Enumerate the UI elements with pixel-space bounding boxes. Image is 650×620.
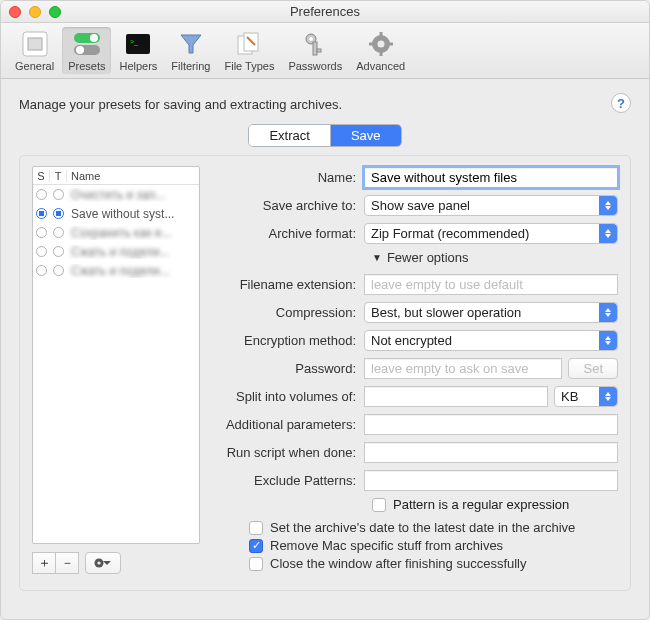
add-preset-button[interactable]: ＋: [32, 552, 56, 574]
chevron-updown-icon: [599, 303, 617, 322]
close-window-checkbox[interactable]: [249, 557, 263, 571]
presets-panel: S T Name Очистить и зап...Save without s…: [19, 155, 631, 591]
close-window-label: Close the window after finishing success…: [270, 556, 527, 571]
compression-value: Best, but slower operation: [371, 305, 521, 320]
svg-rect-18: [369, 43, 374, 46]
key-icon: [300, 29, 330, 59]
svg-point-21: [97, 561, 100, 564]
funnel-icon: [176, 29, 206, 59]
name-input[interactable]: [364, 167, 618, 188]
name-label: Name:: [214, 170, 364, 185]
toolbar-item-presets[interactable]: Presets: [62, 27, 111, 74]
preset-name: Сжать и подели...: [67, 264, 199, 278]
preset-radio-t[interactable]: [53, 265, 64, 276]
split-unit-value: KB: [561, 389, 578, 404]
svg-rect-16: [379, 32, 382, 37]
zoom-window-button[interactable]: [49, 6, 61, 18]
preset-radio-s[interactable]: [36, 208, 47, 219]
remove-mac-label: Remove Mac specific stuff from archives: [270, 538, 503, 553]
tab-extract[interactable]: Extract: [249, 125, 330, 146]
chevron-updown-icon: [599, 331, 617, 350]
format-select[interactable]: Zip Format (recommended): [364, 223, 618, 244]
preset-radio-s[interactable]: [36, 227, 47, 238]
preferences-toolbar: General Presets >_ Helpers Filtering Fil…: [1, 23, 649, 79]
help-button[interactable]: ?: [611, 93, 631, 113]
close-window-button[interactable]: [9, 6, 21, 18]
svg-rect-1: [28, 38, 42, 50]
split-input[interactable]: [364, 386, 548, 407]
preset-row[interactable]: Сохранить как е...: [33, 223, 199, 242]
toolbar-item-filetypes[interactable]: File Types: [218, 27, 280, 74]
compression-select[interactable]: Best, but slower operation: [364, 302, 618, 323]
preset-name: Save without syst...: [67, 207, 199, 221]
preset-name: Сжать и подели...: [67, 245, 199, 259]
chevron-updown-icon: [599, 224, 617, 243]
set-date-checkbox[interactable]: [249, 521, 263, 535]
script-label: Run script when done:: [214, 445, 364, 460]
preset-radio-t[interactable]: [53, 246, 64, 257]
regex-label: Pattern is a regular expression: [393, 497, 569, 512]
ext-input[interactable]: [364, 274, 618, 295]
preset-radio-t[interactable]: [53, 227, 64, 238]
preset-radio-t[interactable]: [53, 208, 64, 219]
svg-rect-12: [313, 42, 317, 55]
toolbar-item-general[interactable]: General: [9, 27, 60, 74]
toggle-icon: [72, 29, 102, 59]
preset-radio-t[interactable]: [53, 189, 64, 200]
format-label: Archive format:: [214, 226, 364, 241]
switch-icon: [20, 29, 50, 59]
preset-radio-s[interactable]: [36, 246, 47, 257]
regex-checkbox[interactable]: [372, 498, 386, 512]
password-input[interactable]: [364, 358, 562, 379]
gear-icon: [366, 29, 396, 59]
exclude-input[interactable]: [364, 470, 618, 491]
exclude-label: Exclude Patterns:: [214, 473, 364, 488]
save-to-select[interactable]: Show save panel: [364, 195, 618, 216]
preset-actions-menu[interactable]: [85, 552, 121, 574]
terminal-icon: >_: [123, 29, 153, 59]
svg-point-5: [76, 46, 84, 54]
toolbar-item-advanced[interactable]: Advanced: [350, 27, 411, 74]
options-disclosure[interactable]: ▼ Fewer options: [372, 250, 618, 265]
preset-radio-s[interactable]: [36, 189, 47, 200]
remove-preset-button[interactable]: －: [55, 552, 79, 574]
tab-save[interactable]: Save: [331, 125, 401, 146]
col-header-t[interactable]: T: [50, 170, 67, 182]
preset-radio-s[interactable]: [36, 265, 47, 276]
disclosure-label: Fewer options: [387, 250, 469, 265]
toolbar-label: Advanced: [356, 60, 405, 72]
toolbar-item-filtering[interactable]: Filtering: [165, 27, 216, 74]
preferences-window: Preferences General Presets >_ Helpers F…: [0, 0, 650, 620]
preset-list[interactable]: S T Name Очистить и зап...Save without s…: [32, 166, 200, 544]
svg-rect-13: [317, 49, 321, 52]
chevron-down-icon: ▼: [372, 252, 382, 263]
traffic-lights: [9, 6, 61, 18]
chevron-updown-icon: [599, 387, 617, 406]
preset-row[interactable]: Очистить и зап...: [33, 185, 199, 204]
preset-tabs: Extract Save: [19, 124, 631, 147]
toolbar-item-helpers[interactable]: >_ Helpers: [113, 27, 163, 74]
script-input[interactable]: [364, 442, 618, 463]
encryption-label: Encryption method:: [214, 333, 364, 348]
svg-rect-19: [388, 43, 393, 46]
preset-name: Сохранить как е...: [67, 226, 199, 240]
encryption-select[interactable]: Not encrypted: [364, 330, 618, 351]
content-area: Manage your presets for saving and extra…: [1, 79, 649, 620]
format-value: Zip Format (recommended): [371, 226, 529, 241]
toolbar-item-passwords[interactable]: Passwords: [282, 27, 348, 74]
window-titlebar: Preferences: [1, 1, 649, 23]
params-input[interactable]: [364, 414, 618, 435]
col-header-name[interactable]: Name: [67, 170, 199, 182]
ext-label: Filename extension:: [214, 277, 364, 292]
window-title: Preferences: [290, 4, 360, 19]
split-label: Split into volumes of:: [214, 389, 364, 404]
set-password-button[interactable]: Set: [568, 358, 618, 379]
preset-row[interactable]: Save without syst...: [33, 204, 199, 223]
preset-row[interactable]: Сжать и подели...: [33, 261, 199, 280]
svg-point-11: [309, 37, 313, 41]
minimize-window-button[interactable]: [29, 6, 41, 18]
col-header-s[interactable]: S: [33, 170, 50, 182]
remove-mac-checkbox[interactable]: [249, 539, 263, 553]
preset-row[interactable]: Сжать и подели...: [33, 242, 199, 261]
split-unit-select[interactable]: KB: [554, 386, 618, 407]
